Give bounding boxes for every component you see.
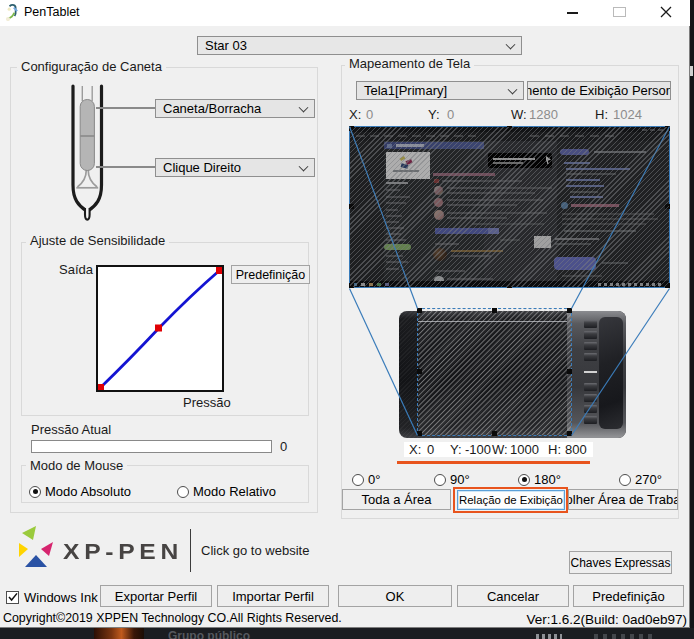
background-thumbnail-image <box>94 628 144 639</box>
pen-tip-function-combobox[interactable]: Caneta/Borracha <box>155 99 315 118</box>
export-profile-button[interactable]: Exportar Perfil <box>100 585 212 607</box>
monitor-combobox[interactable]: Tela1[Primary] <box>356 81 524 100</box>
custom-display-mapping-button[interactable]: nento de Exibição Person <box>527 81 671 100</box>
mouse-mode-group-title: Modo de Mouse <box>26 458 127 473</box>
radio-circle-icon <box>352 474 364 486</box>
curve-y-axis-label: Saída <box>59 262 93 277</box>
check-icon <box>7 591 19 603</box>
pressure-curve <box>98 267 222 390</box>
windows-ink-checkbox[interactable]: Windows Ink <box>6 590 98 605</box>
ok-button[interactable]: OK <box>338 585 452 607</box>
rotation-180-radio[interactable]: 180° <box>518 472 561 487</box>
relative-mode-radio[interactable]: Modo Relativo <box>177 484 276 499</box>
screenshot-content <box>350 127 669 287</box>
rotation-0-label: 0° <box>368 472 380 487</box>
tablet-w-value: 1000 <box>510 442 539 457</box>
chevron-down-icon <box>506 39 516 49</box>
pressure-value: 0 <box>280 439 287 454</box>
logo-separator <box>190 529 191 572</box>
rotation-90-radio[interactable]: 90° <box>434 472 470 487</box>
sensitivity-preset-button[interactable]: Predefinição <box>231 265 310 284</box>
screen-x-label: X: <box>349 107 361 122</box>
tablet-selection-hatch <box>418 309 571 435</box>
import-profile-button[interactable]: Importar Perfil <box>217 585 329 607</box>
background-tray-marks-2 <box>594 634 654 639</box>
windows-ink-label: Windows Ink <box>24 590 98 605</box>
pen-button-function-value: Clique Direito <box>163 160 241 175</box>
tablet-x-label: X: <box>409 442 421 457</box>
radio-circle-icon <box>29 486 41 498</box>
xppen-logo-icon <box>16 524 56 570</box>
titlebar: PenTablet <box>0 0 690 26</box>
website-link-label[interactable]: Click go to website <box>201 543 309 558</box>
rotation-180-label: 180° <box>534 472 561 487</box>
absolute-mode-label: Modo Absoluto <box>45 484 131 499</box>
tablet-y-value: -100 <box>465 442 491 457</box>
express-keys-button[interactable]: Chaves Expressas <box>569 551 672 574</box>
rotation-0-radio[interactable]: 0° <box>352 472 380 487</box>
screen-y-label: Y: <box>428 107 440 122</box>
work-area-button[interactable]: olher Área de Traba <box>568 489 678 510</box>
pen-lower-button-line <box>96 166 155 168</box>
pentablet-window: PenTablet Star 03 Configuração de Caneta <box>0 0 690 628</box>
screen-h-label: H: <box>595 107 608 122</box>
tablet-y-label: Y: <box>450 442 462 457</box>
radio-circle-icon <box>518 474 530 486</box>
minimize-button[interactable] <box>550 0 595 26</box>
screen-w-label: W: <box>511 107 527 122</box>
background-window-right-strip <box>690 0 694 639</box>
pen-illustration <box>60 84 110 226</box>
sensitivity-group-title: Ajuste de Sensibilidade <box>26 233 169 248</box>
radio-circle-icon <box>434 474 446 486</box>
maximize-button[interactable] <box>596 0 641 26</box>
tablet-h-label: H: <box>548 442 561 457</box>
profile-combobox[interactable]: Star 03 <box>197 36 522 55</box>
version-text: Ver:1.6.2(Build: 0ad0eb97) <box>526 612 687 627</box>
display-ratio-button[interactable]: Relação de Exibição <box>457 490 565 510</box>
tablet-h-value: 800 <box>565 442 587 457</box>
desktop: Grupo público PenTablet <box>0 0 694 639</box>
close-button[interactable] <box>642 0 687 26</box>
screen-preview[interactable] <box>349 126 670 288</box>
cancel-button[interactable]: Cancelar <box>457 585 569 607</box>
pressure-bar <box>31 440 272 453</box>
full-area-button[interactable]: Toda a Área <box>342 489 451 510</box>
relative-mode-label: Modo Relativo <box>193 484 276 499</box>
background-group-label: Grupo público <box>168 629 250 639</box>
copyright-text: Copyright©2019 XPPEN Technology CO.All R… <box>3 611 342 625</box>
rotation-90-label: 90° <box>450 472 470 487</box>
radio-circle-icon <box>619 474 631 486</box>
pen-config-group-title: Configuração de Caneta <box>17 59 166 74</box>
chevron-down-icon <box>508 84 518 94</box>
radio-circle-icon <box>177 486 189 498</box>
chevron-down-icon <box>299 102 309 112</box>
absolute-mode-radio[interactable]: Modo Absoluto <box>29 484 131 499</box>
default-button[interactable]: Predefinição <box>573 585 684 607</box>
background-scroll-speck <box>690 66 693 76</box>
screen-w-value: 1280 <box>529 107 558 122</box>
current-pressure-label: Pressão Atual <box>31 422 111 437</box>
screen-x-value: 0 <box>366 107 373 122</box>
chevron-down-icon <box>299 161 309 171</box>
profile-combobox-value: Star 03 <box>205 38 247 53</box>
pen-tip-function-value: Caneta/Borracha <box>163 101 261 116</box>
pen-upper-button-line <box>96 107 155 109</box>
rotation-270-radio[interactable]: 270° <box>619 472 662 487</box>
tablet-selection[interactable] <box>417 308 572 436</box>
tablet-x-value: 0 <box>427 442 434 457</box>
screen-mapping-group-title: Mapeamento de Tela <box>345 56 474 71</box>
curve-x-axis-label: Pressão <box>183 395 231 410</box>
app-icon <box>4 3 20 21</box>
annotation-underline <box>397 461 590 464</box>
background-tray-marks <box>536 634 562 639</box>
rotation-270-label: 270° <box>635 472 662 487</box>
tablet-w-label: W: <box>492 442 508 457</box>
window-title: PenTablet <box>24 5 80 19</box>
pen-button-function-combobox[interactable]: Clique Direito <box>155 158 315 177</box>
xppen-wordmark: XP-PEN <box>63 539 183 565</box>
screen-y-value: 0 <box>447 107 454 122</box>
monitor-combobox-value: Tela1[Primary] <box>364 83 447 98</box>
screen-h-value: 1024 <box>613 107 642 122</box>
